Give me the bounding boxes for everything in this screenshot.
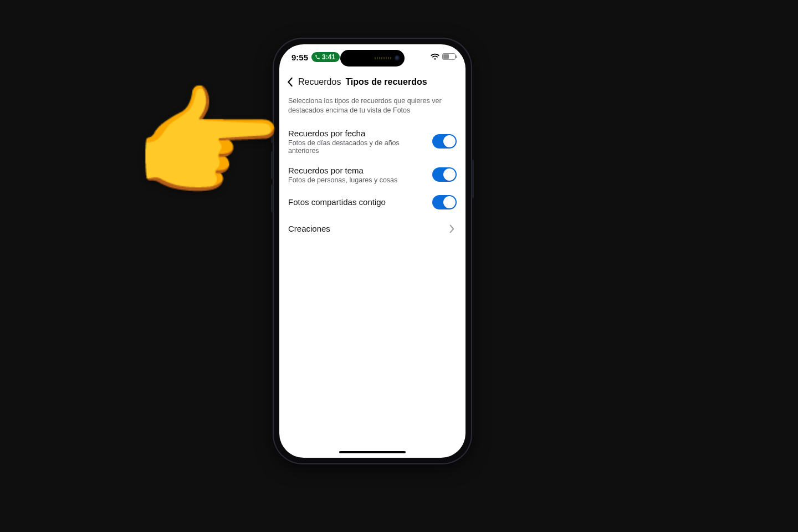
back-button[interactable] <box>285 76 296 88</box>
phone-icon <box>315 54 320 60</box>
phone-screen: 9:55 3:41 Recuerdos Tipos de rec <box>279 44 466 458</box>
ongoing-call-pill[interactable]: 3:41 <box>311 52 340 62</box>
section-description: Selecciona los tipos de recuerdos que qu… <box>288 96 457 115</box>
chevron-right-icon <box>447 224 457 234</box>
battery-icon <box>442 53 456 60</box>
pointing-hand-icon: 👉 <box>132 83 284 205</box>
dynamic-island <box>340 50 405 66</box>
back-label[interactable]: Recuerdos <box>298 77 341 87</box>
toggle-memories-by-date[interactable] <box>432 134 457 149</box>
toggle-shared-photos[interactable] <box>432 195 457 209</box>
row-title: Creaciones <box>288 224 440 233</box>
row-subtitle: Fotos de personas, lugares y cosas <box>288 176 426 184</box>
row-memories-by-theme: Recuerdos por tema Fotos de personas, lu… <box>288 160 457 190</box>
phone-side-button <box>472 160 474 198</box>
row-title: Fotos compartidas contigo <box>288 197 426 207</box>
ongoing-call-time: 3:41 <box>322 53 335 61</box>
island-indicator <box>375 57 391 59</box>
chevron-left-icon <box>287 77 294 87</box>
home-indicator[interactable] <box>339 451 406 453</box>
row-subtitle: Fotos de días destacados y de años anter… <box>288 139 426 155</box>
row-creations[interactable]: Creaciones <box>288 218 457 239</box>
row-shared-photos: Fotos compartidas contigo <box>288 190 457 215</box>
phone-frame: 9:55 3:41 Recuerdos Tipos de rec <box>273 38 472 464</box>
row-memories-by-date: Recuerdos por fecha Fotos de días destac… <box>288 123 457 160</box>
nav-header: Recuerdos Tipos de recuerdos <box>279 71 466 93</box>
wifi-icon <box>431 53 439 60</box>
settings-content: Selecciona los tipos de recuerdos que qu… <box>279 93 466 458</box>
status-time: 9:55 <box>291 53 308 62</box>
toggle-memories-by-theme[interactable] <box>432 167 457 182</box>
front-camera-icon <box>395 55 400 61</box>
row-title: Recuerdos por tema <box>288 166 426 175</box>
row-title: Recuerdos por fecha <box>288 129 426 138</box>
page-title: Tipos de recuerdos <box>345 77 427 87</box>
